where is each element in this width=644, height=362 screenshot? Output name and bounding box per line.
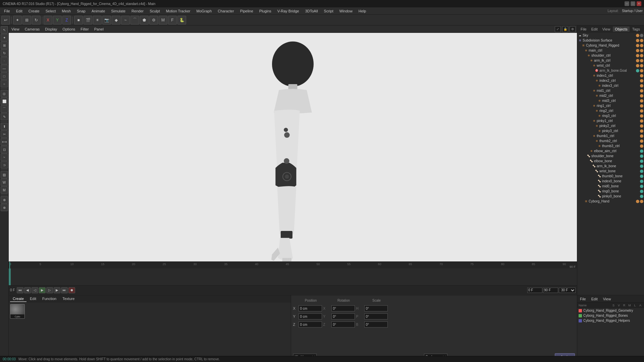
vp-cameras-menu[interactable]: Cameras [23,26,41,32]
obj-mid2-ctrl[interactable]: ⊕ mid2_ctrl [577,93,644,98]
obj-thumb3-ctrl[interactable]: ⊕ thumb3_ctrl [577,143,644,148]
obj-ring0-bone[interactable]: 🦴 ring0_bone [577,189,644,194]
menu-mograph[interactable]: MoGraph [194,8,214,14]
obj-elbow-aim-ctrl[interactable]: ⊕ elbow_aim_ctrl [577,148,644,154]
obj-tab-edit[interactable]: Edit [589,26,600,32]
edges-mode[interactable]: — [1,65,8,72]
prev-frame[interactable]: ◀ [24,287,31,293]
attr-view-tab[interactable]: View [602,297,612,301]
keyframe-area[interactable] [9,268,577,285]
rotate-tool-left[interactable]: ↻ [1,49,8,57]
obj-tab-file[interactable]: File [579,26,589,32]
vp-panel-menu[interactable]: Panel [93,26,105,32]
rotate-tool[interactable]: ↻ [32,16,41,24]
paint-select[interactable]: ✎ [1,113,8,120]
scale-tool-left[interactable]: ⊞ [1,42,8,49]
play-reverse[interactable]: ◁ [32,287,38,293]
menu-script[interactable]: Script [321,8,336,14]
generator-btn[interactable]: ⚙ [149,16,158,24]
end-frame-input[interactable] [543,288,558,293]
tab-edit[interactable]: Edit [27,296,39,302]
attr-file-tab[interactable]: File [579,297,587,301]
cube-tool[interactable]: ■ [74,16,83,24]
menu-motion-tracker[interactable]: Motion Tracker [163,8,193,14]
obj-pinky0-bone[interactable]: 🦴 pinky0_bone [577,194,644,199]
menu-plugins[interactable]: Plugins [257,8,274,14]
field-btn[interactable]: F [168,16,177,24]
box-select[interactable]: ⬜ [1,98,8,105]
z-rot-input[interactable] [331,321,355,327]
goto-end[interactable]: ⏭ [61,287,68,293]
menu-render[interactable]: Render [129,8,146,14]
tab-create[interactable]: Create [10,296,26,302]
menu-pipeline[interactable]: Pipeline [237,8,256,14]
menu-3dtoall[interactable]: 3DToAll [303,8,321,14]
3d-viewport[interactable]: View Cameras Display Options Filter Pane… [9,25,577,261]
obj-elbow-bone[interactable]: 🦴 elbow_bone [577,159,644,164]
x-scale-input[interactable] [364,305,388,311]
fps-select[interactable]: 30 F [559,288,576,293]
menu-edit[interactable]: Edit [13,8,25,14]
vp-display-menu[interactable]: Display [44,26,58,32]
obj-wrist-bone[interactable]: 🦴 wrist_bone [577,169,644,174]
material-preview[interactable]: Cybo [10,304,25,319]
python-btn[interactable]: 🐍 [177,16,186,24]
morph-tool[interactable]: M [1,186,8,194]
snapping-icon[interactable]: ⊕ [1,196,8,203]
vp-settings-btn[interactable]: ⚙ [570,26,576,32]
x-axis[interactable]: X [44,16,52,24]
obj-sky[interactable]: ☁ Sky [577,33,644,38]
z-scale-input[interactable] [364,321,388,327]
deformer-btn[interactable]: ~ [121,16,130,24]
attr-helpers-row[interactable]: Cyborg_Hand_Rigged_Helpers [577,318,644,323]
z-pos-input[interactable] [299,321,322,327]
bridge-tool[interactable]: ⟷ [1,138,8,145]
obj-index2-ctrl[interactable]: ⊕ index2_ctrl [577,78,644,83]
vp-options-menu[interactable]: Options [61,26,76,32]
menu-mesh[interactable]: Mesh [59,8,73,14]
lasso-select[interactable]: ⌒ [1,105,8,113]
render-btn[interactable]: 🎬 [84,16,92,24]
y-axis[interactable]: Y [53,16,62,24]
knife-tool[interactable]: ✂ [1,130,8,138]
obj-ring2-ctrl[interactable]: ⊕ ring2_ctrl [577,108,644,113]
move-tool-left[interactable]: ✦ [1,34,8,41]
extrude-tool[interactable]: ⬆ [1,123,8,130]
move-tool[interactable]: ✦ [13,16,22,24]
vp-filter-menu[interactable]: Filter [79,26,90,32]
obj-thumb0-bone[interactable]: 🦴 thumb0_bone [577,174,644,179]
spline-btn[interactable]: ⌒ [130,16,139,24]
menu-file[interactable]: File [1,8,13,14]
obj-index0-bone[interactable]: 🦴 index0_bone [577,179,644,184]
camera-btn[interactable]: 📷 [102,16,111,24]
menu-snap[interactable]: Snap [74,8,88,14]
record-btn[interactable]: ⏺ [68,287,75,293]
maximize-button[interactable]: □ [631,1,635,6]
obj-arm-lk-ctrl[interactable]: ⊕ arm_lk_ctrl [577,58,644,63]
layout-value[interactable]: Startup / User [622,9,643,13]
tab-function[interactable]: Function [40,296,59,302]
y-pos-input[interactable] [299,313,322,319]
attr-edit-tab[interactable]: Edit [590,297,599,301]
close-button[interactable]: ✕ [637,1,641,6]
obj-tab-view[interactable]: View [600,26,612,32]
weight-tool[interactable]: W [1,179,8,186]
goto-start[interactable]: ⏮ [17,287,23,293]
obj-index3-ctrl[interactable]: ⊕ index3_ctrl [577,83,644,88]
light-btn[interactable]: ☀ [93,16,102,24]
y-scale-input[interactable] [364,313,388,319]
weld-tool[interactable]: ⊡ [1,146,8,153]
vp-lock-btn[interactable]: 🔒 [562,26,568,32]
menu-simulate[interactable]: Simulate [108,8,128,14]
obj-subdivision[interactable]: ⊠ Subdivision Surface [577,38,644,43]
undo-btn[interactable]: ↩ [1,16,10,24]
minimize-button[interactable]: ─ [625,1,629,6]
obj-ring1-ctrl[interactable]: ⊕ ring1_ctrl [577,103,644,108]
obj-thumb1-ctrl[interactable]: ⊕ thumb1_ctrl [577,133,644,138]
z-axis[interactable]: Z [62,16,71,24]
texture-tool[interactable]: ▨ [1,171,8,178]
obj-mode[interactable]: ○ [1,80,8,87]
points-mode[interactable]: · [1,57,8,64]
x-pos-input[interactable] [299,305,322,311]
obj-tab-tags[interactable]: Tags [630,26,642,32]
